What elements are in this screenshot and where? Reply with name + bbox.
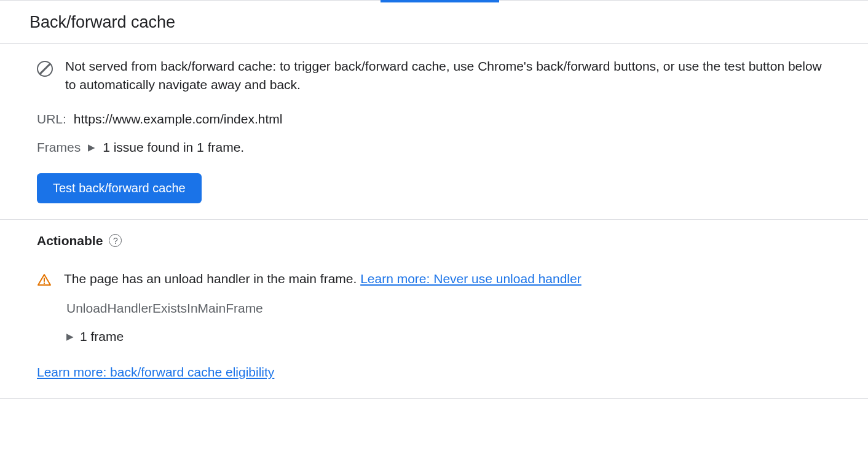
frame-count: 1 frame — [80, 329, 124, 344]
expand-triangle-icon[interactable]: ▶ — [88, 142, 95, 153]
url-value: https://www.example.com/index.html — [74, 112, 283, 127]
svg-point-1 — [44, 283, 45, 284]
reason-id: UnloadHandlerExistsInMainFrame — [66, 301, 831, 316]
actionable-title: Actionable — [37, 233, 103, 248]
url-row: URL: https://www.example.com/index.html — [37, 112, 831, 127]
learn-more-eligibility-link[interactable]: Learn more: back/forward cache eligibili… — [37, 365, 274, 379]
tab-indicator — [381, 0, 499, 2]
content-section: Not served from back/forward cache: to t… — [0, 44, 868, 220]
url-label: URL: — [37, 112, 66, 127]
frames-label: Frames — [37, 140, 81, 155]
frames-row: Frames ▶ 1 issue found in 1 frame. — [37, 140, 831, 155]
status-message: Not served from back/forward cache: to t… — [65, 57, 831, 95]
test-bfcache-button[interactable]: Test back/forward cache — [37, 173, 202, 203]
expand-triangle-icon[interactable]: ▶ — [66, 331, 74, 342]
warning-icon — [37, 273, 52, 287]
status-row: Not served from back/forward cache: to t… — [37, 57, 831, 95]
help-icon[interactable]: ? — [109, 234, 122, 247]
panel-header: Back/forward cache — [0, 1, 868, 44]
actionable-header: Actionable ? — [37, 233, 831, 248]
issue-description: The page has an unload handler in the ma… — [64, 271, 360, 286]
page-title: Back/forward cache — [30, 13, 838, 32]
bfcache-panel: Back/forward cache Not served from back/… — [0, 0, 868, 399]
learn-more-unload-link[interactable]: Learn more: Never use unload handler — [360, 271, 582, 286]
frame-count-row: ▶ 1 frame — [66, 329, 831, 344]
blocked-icon — [37, 61, 53, 77]
issue-text: The page has an unload handler in the ma… — [64, 271, 582, 286]
issue-row: The page has an unload handler in the ma… — [37, 271, 831, 287]
actionable-section: Actionable ? The page has an unload hand… — [0, 220, 868, 398]
frames-summary: 1 issue found in 1 frame. — [103, 140, 244, 155]
